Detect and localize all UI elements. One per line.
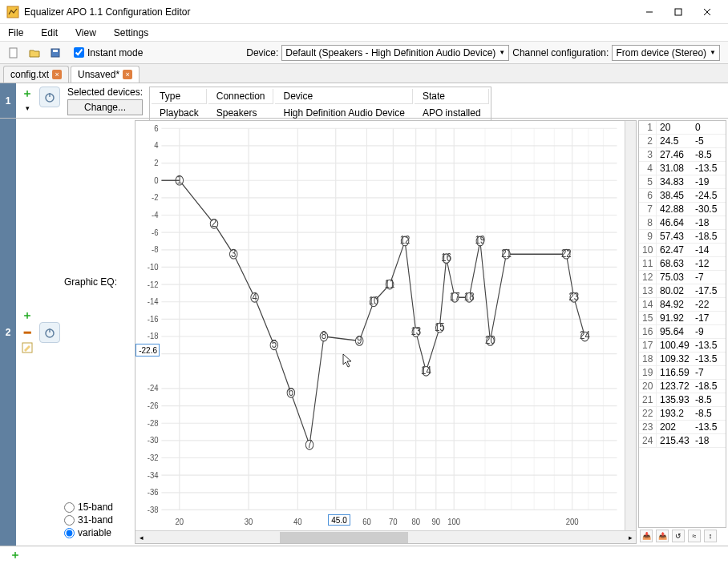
menu-file[interactable]: File <box>5 26 26 40</box>
import-icon[interactable]: 📥 <box>640 530 653 542</box>
svg-text:-2: -2 <box>152 191 159 202</box>
data-row[interactable]: 2 24.5 -5 <box>639 135 726 148</box>
data-row[interactable]: 20 123.72 -18.5 <box>639 380 726 393</box>
section-device: 1 ＋ ▾ Selected devices: Change... Type C… <box>0 83 728 119</box>
app-icon <box>6 6 19 18</box>
plus-icon[interactable]: ＋ <box>22 87 33 101</box>
svg-text:2: 2 <box>154 157 158 167</box>
data-row[interactable]: 1 20 0 <box>639 121 726 135</box>
toolbar: Instant mode Device: Default (Speakers -… <box>0 42 728 64</box>
invert-icon[interactable]: ↕ <box>704 530 717 542</box>
flatten-icon[interactable]: ≈ <box>688 530 701 542</box>
horizontal-scrollbar[interactable]: ◂ ▸ <box>135 530 636 543</box>
data-row[interactable]: 14 84.92 -22 <box>639 298 726 312</box>
svg-text:8: 8 <box>322 328 326 341</box>
data-row[interactable]: 3 27.46 -8.5 <box>639 148 726 162</box>
section-number: 2 <box>0 119 16 546</box>
power-button[interactable] <box>39 87 60 107</box>
svg-text:1: 1 <box>177 173 182 186</box>
data-row[interactable]: 9 57.43 -18.5 <box>639 230 726 244</box>
data-row[interactable]: 12 75.03 -7 <box>639 271 726 284</box>
data-row[interactable]: 15 91.92 -17 <box>639 312 726 325</box>
radio-15-band[interactable]: 15-band <box>64 501 130 514</box>
data-row[interactable]: 19 116.59 -7 <box>639 366 726 380</box>
data-panel: 1 20 0 2 24.5 -5 3 27.46 -8.5 4 31.08 -1… <box>638 120 726 544</box>
export-icon[interactable]: 📤 <box>656 530 669 542</box>
close-button[interactable] <box>693 1 722 23</box>
data-row[interactable]: 24 215.43 -18 <box>639 434 726 448</box>
close-tab-icon[interactable]: × <box>123 70 132 79</box>
data-row[interactable]: 8 46.64 -18 <box>639 216 726 230</box>
vertical-scrollbar[interactable] <box>625 121 636 530</box>
svg-text:30: 30 <box>245 516 253 526</box>
data-row[interactable]: 22 193.2 -8.5 <box>639 407 726 421</box>
svg-text:13: 13 <box>411 324 421 337</box>
radio-31-band[interactable]: 31-band <box>64 514 130 526</box>
svg-text:-4: -4 <box>152 209 159 220</box>
scrollbar-thumb[interactable] <box>280 532 408 543</box>
svg-text:5: 5 <box>272 337 277 350</box>
maximize-button[interactable] <box>664 1 693 23</box>
svg-text:-10: -10 <box>148 261 159 272</box>
data-row[interactable]: 18 109.32 -13.5 <box>639 352 726 366</box>
new-file-button[interactable] <box>5 44 22 62</box>
data-row[interactable]: 7 42.88 -30.5 <box>639 203 726 216</box>
svg-text:22: 22 <box>561 247 572 260</box>
window-title: Equalizer APO 1.1 Configuration Editor <box>24 6 635 18</box>
svg-text:4: 4 <box>154 139 158 150</box>
data-row[interactable]: 13 80.02 -17.5 <box>639 284 726 298</box>
radio-variable[interactable]: variable <box>64 526 130 539</box>
data-row[interactable]: 11 68.63 -12 <box>639 257 726 271</box>
open-file-button[interactable] <box>26 44 43 62</box>
minimize-button[interactable] <box>635 1 664 23</box>
add-section-icon[interactable]: ＋ <box>10 548 21 562</box>
menu-view[interactable]: View <box>72 26 99 40</box>
device-combo[interactable]: Default (Speakers - High Definition Audi… <box>281 45 509 61</box>
eq-graph[interactable]: 6420-2-4-6-8-10-12-14-16-18-20-24-26-28-… <box>135 120 637 544</box>
x-value-input[interactable] <box>328 514 350 526</box>
power-button[interactable] <box>39 322 60 343</box>
tab-unsaved[interactable]: Unsaved* × <box>71 66 140 83</box>
svg-text:-18: -18 <box>148 331 159 341</box>
svg-text:24: 24 <box>580 328 590 341</box>
chevron-down-icon: ▼ <box>710 49 716 56</box>
data-row[interactable]: 10 62.47 -14 <box>639 244 726 257</box>
svg-text:11: 11 <box>385 276 395 289</box>
scroll-right-icon[interactable]: ▸ <box>625 534 636 542</box>
channel-combo[interactable]: From device (Stereo)▼ <box>612 45 720 61</box>
tab-config[interactable]: config.txt × <box>3 66 69 83</box>
svg-text:2: 2 <box>212 216 216 229</box>
device-label: Device: <box>246 47 278 58</box>
close-tab-icon[interactable]: × <box>52 70 62 79</box>
svg-text:-14: -14 <box>148 296 159 306</box>
data-list[interactable]: 1 20 0 2 24.5 -5 3 27.46 -8.5 4 31.08 -1… <box>638 120 726 528</box>
expand-icon[interactable]: ▾ <box>26 104 30 112</box>
svg-text:20: 20 <box>176 516 184 526</box>
menu-settings[interactable]: Settings <box>111 26 152 40</box>
svg-text:19: 19 <box>475 233 485 246</box>
data-row[interactable]: 16 95.64 -9 <box>639 325 726 339</box>
y-value-input[interactable] <box>135 344 160 357</box>
scroll-left-icon[interactable]: ◂ <box>135 534 147 542</box>
data-row[interactable]: 23 202 -13.5 <box>639 421 726 434</box>
instant-mode-checkbox[interactable]: Instant mode <box>74 47 143 58</box>
plus-icon[interactable]: ＋ <box>22 308 33 323</box>
svg-text:17: 17 <box>450 290 460 303</box>
minus-icon[interactable]: ━ <box>24 326 30 339</box>
data-row[interactable]: 6 38.45 -24.5 <box>639 189 726 203</box>
data-row[interactable]: 4 31.08 -13.5 <box>639 162 726 175</box>
section-number: 1 <box>0 83 16 118</box>
data-row[interactable]: 21 135.93 -8.5 <box>639 393 726 407</box>
data-row[interactable]: 5 34.83 -19 <box>639 175 726 189</box>
svg-text:21: 21 <box>501 247 512 260</box>
change-button[interactable]: Change... <box>67 99 143 115</box>
reset-icon[interactable]: ↺ <box>672 530 685 542</box>
svg-text:70: 70 <box>389 516 398 526</box>
svg-text:6: 6 <box>154 123 158 133</box>
save-file-button[interactable] <box>47 44 64 62</box>
svg-text:15: 15 <box>435 320 445 333</box>
edit-icon[interactable] <box>22 342 33 356</box>
menu-edit[interactable]: Edit <box>38 26 61 40</box>
data-row[interactable]: 17 100.49 -13.5 <box>639 339 726 352</box>
svg-text:12: 12 <box>400 233 411 246</box>
